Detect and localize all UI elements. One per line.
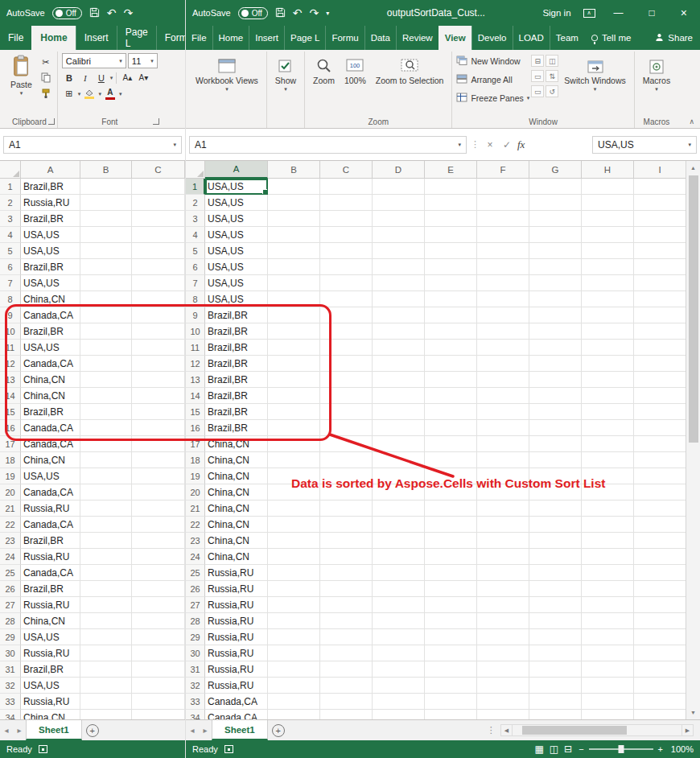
zoom-button[interactable]: Zoom [309,53,339,114]
right-cell-E15[interactable] [425,404,477,420]
left-cell-A22[interactable]: Canada,CA [21,517,80,533]
right-cell-H2[interactable] [582,195,634,211]
confirm-entry-icon[interactable]: ✓ [500,139,513,150]
right-cell-E5[interactable] [425,243,477,259]
sheet-tab-sheet1[interactable]: Sheet1 [26,720,82,740]
right-cell-F17[interactable] [477,436,529,452]
right-cell-G1[interactable] [529,179,582,195]
right-cell-A15[interactable]: Brazil,BR [205,404,268,420]
left-cell-C28[interactable] [132,613,185,629]
left-cell-A26[interactable]: Brazil,BR [21,581,80,597]
right-cell-H22[interactable] [582,517,634,533]
right-cell-F2[interactable] [477,195,529,211]
right-cell-D9[interactable] [373,307,425,323]
right-cell-B9[interactable] [268,307,320,323]
right-cell-E6[interactable] [425,259,477,275]
right-cell-F11[interactable] [477,340,529,356]
left-row-header-7[interactable]: 7 [0,275,21,291]
left-cell-A15[interactable]: Brazil,BR [21,404,80,420]
right-cell-D16[interactable] [373,420,425,436]
formula-content[interactable]: USA,US ▾ [592,136,697,154]
right-cell-B18[interactable] [268,452,320,468]
right-cell-H21[interactable] [582,501,634,517]
right-cell-B4[interactable] [268,227,320,243]
right-row-header-6[interactable]: 6 [186,259,205,275]
right-cell-D4[interactable] [373,227,425,243]
right-cell-F33[interactable] [477,694,529,710]
right-cell-F7[interactable] [477,275,529,291]
right-cell-A4[interactable]: USA,US [205,227,268,243]
right-cell-I27[interactable] [634,597,686,613]
right-cell-H4[interactable] [582,227,634,243]
left-column-header-C[interactable]: C [132,161,185,179]
right-cell-E34[interactable] [425,710,477,719]
scrollbar-thumb[interactable] [689,175,698,443]
right-cell-E30[interactable] [425,645,477,661]
right-cell-I15[interactable] [634,404,686,420]
right-cell-G31[interactable] [529,661,582,678]
right-cell-D11[interactable] [373,340,425,356]
right-cell-B3[interactable] [268,211,320,227]
right-cell-F22[interactable] [477,517,529,533]
left-cell-A18[interactable]: China,CN [21,452,80,468]
right-cell-A21[interactable]: China,CN [205,501,268,517]
right-cell-B17[interactable] [268,436,320,452]
right-row-header-15[interactable]: 15 [186,404,205,420]
left-cell-C22[interactable] [132,517,185,533]
minimize-icon[interactable]: — [614,8,624,18]
right-ribbon-tab-page-l[interactable]: Page L [284,26,325,50]
right-cell-B24[interactable] [268,549,320,565]
zoom-out-icon[interactable]: − [579,744,583,754]
right-column-header-C[interactable]: C [320,161,373,179]
right-cell-D7[interactable] [373,275,425,291]
right-cell-I4[interactable] [634,227,686,243]
borders-button[interactable]: ⊞ [62,87,76,101]
left-cell-A24[interactable]: Russia,RU [21,549,80,565]
right-cell-E27[interactable] [425,597,477,613]
right-cell-H19[interactable] [582,468,634,484]
right-cell-H11[interactable] [582,340,634,356]
right-cell-B21[interactable] [268,501,320,517]
right-cell-I10[interactable] [634,323,686,340]
left-cell-C11[interactable] [132,340,185,356]
right-cell-H1[interactable] [582,179,634,195]
left-cell-C25[interactable] [132,565,185,581]
left-ribbon-tab-file[interactable]: File [0,26,31,50]
right-cell-A31[interactable]: Russia,RU [205,661,268,678]
left-row-header-24[interactable]: 24 [0,549,21,565]
zoom-to-selection-button[interactable]: Zoom to Selection [372,53,448,114]
right-cell-F34[interactable] [477,710,529,719]
right-cell-G17[interactable] [529,436,582,452]
right-column-header-G[interactable]: G [529,161,582,179]
left-row-header-5[interactable]: 5 [0,243,21,259]
left-cell-A31[interactable]: Brazil,BR [21,661,80,678]
right-cell-F30[interactable] [477,645,529,661]
right-row-header-23[interactable]: 23 [186,533,205,549]
left-row-header-11[interactable]: 11 [0,340,21,356]
right-row-header-18[interactable]: 18 [186,452,205,468]
right-cell-C2[interactable] [320,195,373,211]
right-select-all-corner[interactable] [186,161,205,179]
right-row-header-20[interactable]: 20 [186,484,205,501]
right-cell-E4[interactable] [425,227,477,243]
right-row-header-19[interactable]: 19 [186,468,205,484]
right-cell-I1[interactable] [634,179,686,195]
left-cell-C3[interactable] [132,211,185,227]
right-row-header-14[interactable]: 14 [186,388,205,404]
left-row-header-29[interactable]: 29 [0,629,21,645]
scroll-left-icon[interactable]: ◀ [500,724,513,736]
quick-access-customize-icon[interactable]: ▾ [326,10,329,17]
left-cell-A20[interactable]: Canada,CA [21,484,80,501]
right-cell-B30[interactable] [268,645,320,661]
left-cell-C27[interactable] [132,597,185,613]
right-cell-C5[interactable] [320,243,373,259]
left-row-header-12[interactable]: 12 [0,356,21,372]
right-cell-A10[interactable]: Brazil,BR [205,323,268,340]
split-button[interactable]: ⊟ [531,55,544,67]
right-cell-I32[interactable] [634,678,686,694]
left-row-header-19[interactable]: 19 [0,468,21,484]
right-cell-D30[interactable] [373,645,425,661]
left-row-header-21[interactable]: 21 [0,501,21,517]
right-cell-I9[interactable] [634,307,686,323]
add-sheet-button[interactable]: + [268,720,289,740]
